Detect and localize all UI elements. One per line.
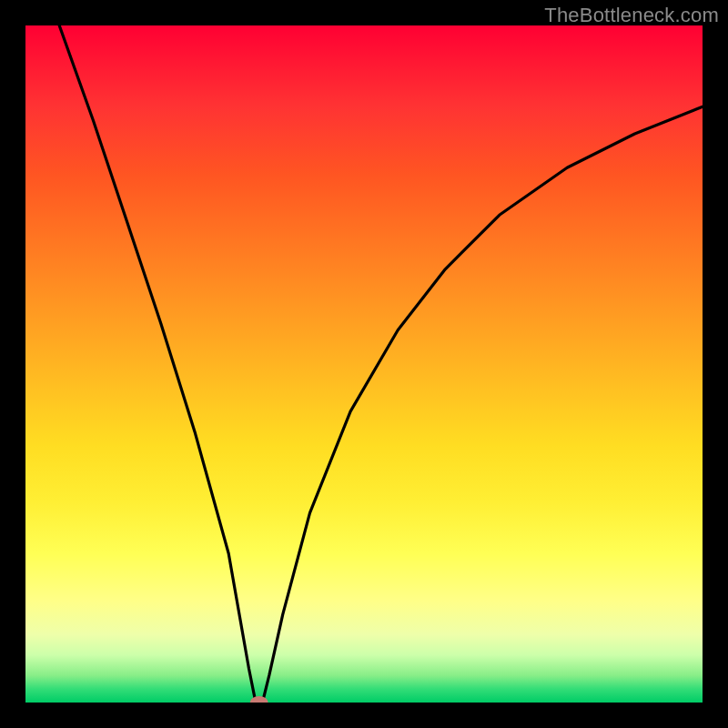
- bottleneck-curve: [59, 25, 703, 703]
- minimum-marker: [250, 696, 268, 703]
- chart-frame: TheBottleneck.com: [0, 0, 728, 728]
- plot-area: [25, 25, 703, 703]
- curve-layer: [25, 25, 703, 703]
- watermark-text: TheBottleneck.com: [544, 4, 719, 27]
